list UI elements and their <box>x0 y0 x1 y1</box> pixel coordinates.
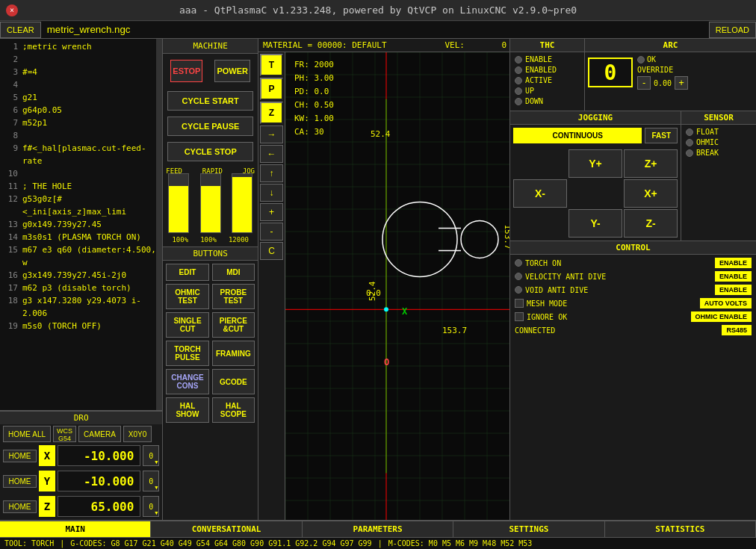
z-minus-button[interactable]: Z- <box>624 209 678 238</box>
code-line: 13g0x149.739y27.45 <box>3 218 159 231</box>
thc-down-led <box>515 98 522 105</box>
filename-input[interactable] <box>41 22 709 38</box>
tab-settings[interactable]: SETTINGS <box>453 521 604 537</box>
continuous-button[interactable]: CONTINUOUS <box>513 128 642 143</box>
thc-active-led <box>515 77 522 84</box>
cycle-pause-button[interactable]: CYCLE PAUSE <box>167 117 253 136</box>
right-panels: THC ENABLE ENABLED <box>509 39 756 520</box>
ch-value: CH: 0.50 <box>294 99 334 112</box>
x-minus-button[interactable]: X- <box>513 179 567 208</box>
mcodes-status: M-CODES: M0 M5 M6 M9 M48 M52 M53 <box>388 539 533 548</box>
code-line: 6g64p0.05 <box>3 104 159 117</box>
ohmic-enable-button[interactable]: OHMIC ENABLE <box>691 311 752 322</box>
tab-statistics[interactable]: STATISTICS <box>605 521 756 537</box>
control-items: TORCH ON ENABLE VELOCITY ANTI DIVE ENABL… <box>510 255 756 341</box>
break-label: BREAK <box>696 149 719 157</box>
auto-volts-button[interactable]: AUTO VOLTS <box>700 298 752 308</box>
y-plus-button[interactable]: Y+ <box>568 149 622 178</box>
cycle-stop-button[interactable]: CYCLE STOP <box>167 142 253 161</box>
velocity-dive-led <box>515 273 522 280</box>
rapid-slider[interactable] <box>200 173 221 233</box>
y-minus-button[interactable]: Y- <box>568 209 622 238</box>
ohmic-test-button[interactable]: OHMICTEST <box>166 284 208 309</box>
ph-value: PH: 3.00 <box>294 72 334 85</box>
arc-override-value: 0.00 <box>654 79 672 87</box>
change-cons-button[interactable]: CHANGECONS <box>166 369 208 394</box>
edit-button[interactable]: EDIT <box>166 264 208 281</box>
pierce-cut-button[interactable]: PIERCE&CUT <box>212 312 255 338</box>
arc-override-label: OVERRIDE <box>637 66 688 74</box>
t-button[interactable]: T <box>260 54 283 76</box>
close-button[interactable]: × <box>6 4 18 16</box>
y-axis-label: Y <box>39 471 55 491</box>
clear-button[interactable]: CLEAR <box>0 22 41 38</box>
rs485-button[interactable]: RS485 <box>722 325 752 335</box>
ohmic-led <box>686 139 693 146</box>
tab-conversational[interactable]: CONVERSATIONAL <box>151 521 302 537</box>
up-arrow-button[interactable]: ↑ <box>260 164 283 182</box>
home-x-button[interactable]: HOME <box>3 450 37 462</box>
reload-button[interactable]: RELOAD <box>709 22 756 38</box>
probe-test-button[interactable]: PROBETEST <box>212 284 255 309</box>
p-button[interactable]: P <box>260 78 283 100</box>
thc-enable-led <box>515 56 522 63</box>
hal-show-button[interactable]: HALSHOW <box>166 397 208 423</box>
left-arrow-button[interactable]: ← <box>260 145 283 163</box>
line-text: m52p1 <box>22 117 47 129</box>
minus-button[interactable]: - <box>260 223 283 241</box>
home-all-button[interactable]: HOME ALL <box>3 426 51 442</box>
gcodes-status: G-CODES: G8 G17 G21 G40 G49 G54 G64 G80 … <box>70 539 371 548</box>
z-button[interactable]: Z <box>260 102 283 124</box>
mdi-button[interactable]: MDI <box>212 264 255 281</box>
fast-button[interactable]: FAST <box>645 128 678 143</box>
down-arrow-button[interactable]: ↓ <box>260 184 283 202</box>
torch-on-enable[interactable]: ENABLE <box>715 258 752 268</box>
mesh-mode-checkbox[interactable] <box>515 299 524 308</box>
ignore-ok-label: IGNORE OK <box>527 313 567 321</box>
sliders-row <box>166 176 255 236</box>
home-z-button[interactable]: HOME <box>3 500 37 513</box>
code-line: 11; THE HOLE <box>3 180 159 193</box>
cycle-start-button[interactable]: CYCLE START <box>167 91 253 111</box>
single-cut-button[interactable]: SINGLECUT <box>166 312 208 338</box>
framing-button[interactable]: FRAMING <box>212 341 255 366</box>
arc-plus-button[interactable]: + <box>675 76 688 90</box>
ignore-ok-checkbox[interactable] <box>515 312 524 321</box>
velocity-dive-enable[interactable]: ENABLE <box>715 271 752 282</box>
camera-button[interactable]: CAMERA <box>78 426 121 442</box>
estop-button[interactable]: ESTOP <box>170 60 202 82</box>
torch-on-left: TORCH ON <box>515 259 561 267</box>
sensor-ohmic: OHMIC <box>686 138 752 146</box>
torch-pulse-button[interactable]: TORCHPULSE <box>166 341 208 366</box>
c-button[interactable]: C <box>260 242 283 260</box>
void-dive-enable[interactable]: ENABLE <box>715 285 752 295</box>
y-zero-button[interactable]: 0 <box>143 471 159 491</box>
jog-slider[interactable] <box>232 173 252 233</box>
right-arrow-button[interactable]: → <box>260 125 283 143</box>
line-number: 9 <box>3 142 18 167</box>
dro-y-row: HOME Y -10.000 0 <box>0 469 162 493</box>
x0y0-button[interactable]: X0Y0 <box>123 426 152 442</box>
z-axis-label: Z <box>39 496 55 517</box>
wcs-button[interactable]: WCSG54 <box>53 426 76 442</box>
x-dro-value: -10.000 <box>58 445 140 466</box>
code-editor[interactable]: 1;metric wrench23#=445g216g64p0.057m52p1… <box>0 39 162 334</box>
float-led <box>686 128 693 136</box>
home-y-button[interactable]: HOME <box>3 475 37 488</box>
tab-parameters[interactable]: PARAMETERS <box>303 521 453 537</box>
z-zero-button[interactable]: 0 <box>143 496 159 517</box>
dro-z-row: HOME Z 65.000 0 <box>0 494 162 518</box>
gcode-button[interactable]: GCODE <box>212 369 255 394</box>
material-label: MATERIAL = 00000: DEFAULT <box>263 40 387 50</box>
hal-scope-button[interactable]: HALSCOPE <box>212 397 255 423</box>
x-plus-button[interactable]: X+ <box>624 179 678 208</box>
arc-minus-button[interactable]: - <box>637 76 651 90</box>
plus-button[interactable]: + <box>260 203 283 221</box>
z-plus-button[interactable]: Z+ <box>624 149 678 178</box>
code-line: 4 <box>3 78 159 91</box>
feed-slider[interactable] <box>168 173 189 233</box>
line-text: ;metric wrench <box>22 40 92 53</box>
tab-main[interactable]: MAIN <box>0 521 151 537</box>
power-button[interactable]: POWER <box>214 60 250 82</box>
x-zero-button[interactable]: 0 <box>143 445 159 466</box>
